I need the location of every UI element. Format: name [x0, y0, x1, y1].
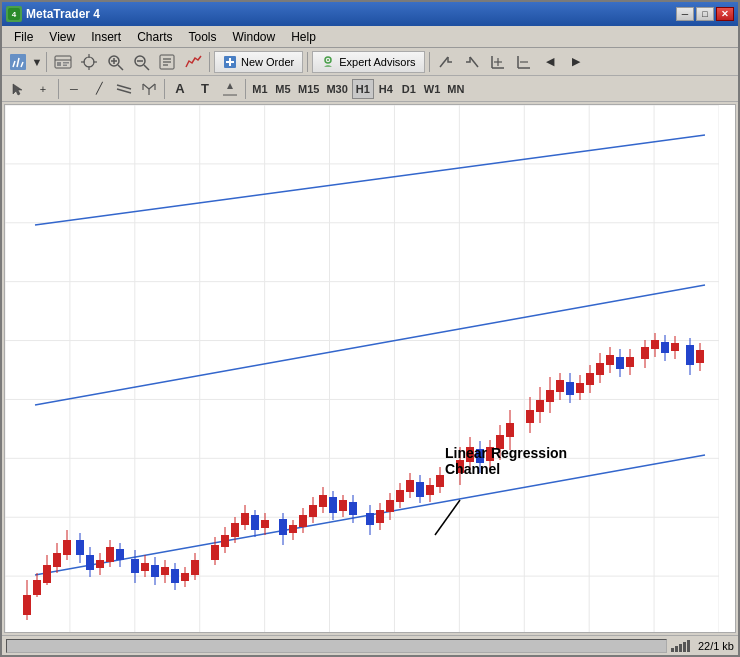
svg-point-31	[327, 59, 329, 61]
tool-crosshair[interactable]: +	[31, 78, 55, 100]
menu-insert[interactable]: Insert	[83, 28, 129, 46]
svg-marker-41	[13, 84, 22, 95]
svg-line-42	[117, 85, 131, 89]
toolbar-main: ▼	[2, 48, 738, 76]
expert-advisors-button[interactable]: Expert Advisors	[312, 51, 424, 73]
toolbar-zoom-in[interactable]	[103, 51, 127, 73]
main-window: 4 MetaTrader 4 ─ □ ✕ File View Insert Ch…	[0, 0, 740, 657]
window-controls: ─ □ ✕	[676, 7, 734, 21]
tf-mn[interactable]: MN	[444, 79, 467, 99]
toolbar-new-chart[interactable]	[6, 51, 30, 73]
menu-help[interactable]: Help	[283, 28, 324, 46]
tf-h1[interactable]: H1	[352, 79, 374, 99]
tf-m5[interactable]: M5	[272, 79, 294, 99]
tf-d1[interactable]: D1	[398, 79, 420, 99]
toolbar-chart-minus[interactable]	[512, 51, 536, 73]
scrollbar[interactable]	[6, 639, 667, 653]
toolbar-indicators[interactable]	[181, 51, 205, 73]
svg-line-45	[149, 84, 155, 89]
tool-line[interactable]: ╱	[87, 78, 111, 100]
svg-line-21	[144, 65, 149, 70]
separator-1	[46, 52, 47, 72]
new-order-label: New Order	[241, 56, 294, 68]
expert-advisors-label: Expert Advisors	[339, 56, 415, 68]
toolbar-scroll-left[interactable]: ◀	[538, 51, 562, 73]
toolbar-properties[interactable]	[155, 51, 179, 73]
close-button[interactable]: ✕	[716, 7, 734, 21]
tool-horizontal-line[interactable]: ─	[62, 78, 86, 100]
tool-channels[interactable]	[112, 78, 136, 100]
toolbar-chart-plus[interactable]	[486, 51, 510, 73]
status-bar: 22/1 kb	[2, 635, 738, 655]
chart-area[interactable]: Linear Regression Channel	[4, 104, 736, 633]
tf-h4[interactable]: H4	[375, 79, 397, 99]
minimize-button[interactable]: ─	[676, 7, 694, 21]
status-info: 22/1 kb	[698, 640, 734, 652]
toolbar-crosshair[interactable]	[77, 51, 101, 73]
signal-bars-icon	[671, 640, 690, 652]
tf-m30[interactable]: M30	[323, 79, 350, 99]
menu-charts[interactable]: Charts	[129, 28, 180, 46]
tf-w1[interactable]: W1	[421, 79, 444, 99]
toolbar-arrow-right[interactable]	[460, 51, 484, 73]
menu-file[interactable]: File	[6, 28, 41, 46]
title-bar: 4 MetaTrader 4 ─ □ ✕	[2, 2, 738, 26]
separator-3	[307, 52, 308, 72]
tool-arrow-cursor[interactable]	[6, 78, 30, 100]
new-order-button[interactable]: New Order	[214, 51, 303, 73]
maximize-button[interactable]: □	[696, 7, 714, 21]
svg-line-32	[440, 57, 448, 67]
svg-rect-8	[57, 62, 61, 66]
tool-pitchfork[interactable]	[137, 78, 161, 100]
menu-view[interactable]: View	[41, 28, 83, 46]
menu-bar: File View Insert Charts Tools Window Hel…	[2, 26, 738, 48]
tool-text-label-A[interactable]: A	[168, 78, 192, 100]
svg-text:4: 4	[12, 10, 17, 19]
svg-rect-10	[63, 64, 67, 66]
tf-m15[interactable]: M15	[295, 79, 322, 99]
separator-4	[429, 52, 430, 72]
svg-rect-9	[63, 62, 69, 64]
sep-draw-3	[245, 79, 246, 99]
sep-draw-2	[164, 79, 165, 99]
toolbar-zoom-out[interactable]	[129, 51, 153, 73]
toolbar-dropdown-arrow[interactable]: ▼	[32, 51, 42, 73]
toolbar-scroll-right[interactable]: ▶	[564, 51, 588, 73]
svg-line-43	[117, 89, 131, 93]
menu-window[interactable]: Window	[225, 28, 284, 46]
svg-line-44	[143, 84, 149, 89]
app-icon: 4	[6, 6, 22, 22]
toolbar-arrow-left[interactable]	[434, 51, 458, 73]
window-title: MetaTrader 4	[26, 7, 676, 21]
separator-2	[209, 52, 210, 72]
toolbar-profiles[interactable]	[51, 51, 75, 73]
svg-line-17	[118, 65, 123, 70]
svg-point-11	[84, 57, 94, 67]
tf-m1[interactable]: M1	[249, 79, 271, 99]
sep-draw-1	[58, 79, 59, 99]
svg-marker-50	[227, 83, 233, 89]
tool-arrow-mark[interactable]	[218, 78, 242, 100]
svg-line-33	[470, 57, 478, 67]
tool-text-T[interactable]: T	[193, 78, 217, 100]
status-right: 22/1 kb	[671, 640, 734, 652]
menu-tools[interactable]: Tools	[181, 28, 225, 46]
toolbar-drawing: + ─ ╱ A T	[2, 76, 738, 102]
